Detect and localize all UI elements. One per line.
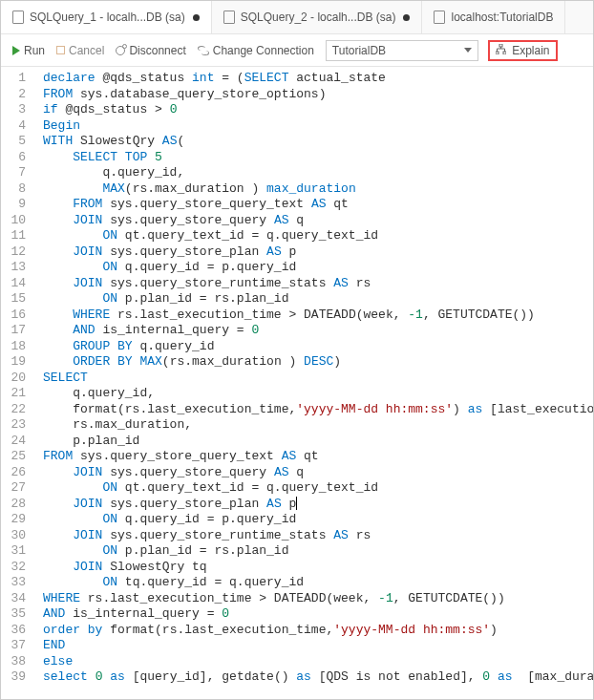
code-line[interactable]: SELECT bbox=[43, 371, 589, 387]
line-number: 39 bbox=[5, 669, 26, 686]
code-line[interactable]: FROM sys.query_store_query_text AS qt bbox=[43, 449, 589, 465]
svg-rect-0 bbox=[499, 44, 502, 47]
line-number-gutter: 1234567891011121314151617181920212223242… bbox=[1, 67, 33, 699]
database-selector[interactable]: TutorialDB bbox=[326, 40, 478, 61]
file-icon bbox=[223, 11, 235, 24]
line-number: 16 bbox=[5, 308, 26, 324]
code-line[interactable]: ON qt.query_text_id = q.query_text_id bbox=[43, 480, 589, 497]
code-line[interactable]: JOIN sys.query_store_query AS q bbox=[43, 465, 589, 481]
code-line[interactable]: ON q.query_id = p.query_id bbox=[43, 512, 589, 528]
line-number: 19 bbox=[5, 354, 26, 371]
code-line[interactable]: FROM sys.database_query_store_options) bbox=[43, 87, 589, 103]
line-number: 8 bbox=[5, 181, 26, 198]
line-number: 6 bbox=[5, 150, 26, 166]
code-editor[interactable]: 1234567891011121314151617181920212223242… bbox=[1, 67, 593, 699]
line-number: 14 bbox=[5, 276, 26, 292]
file-icon bbox=[434, 11, 445, 24]
code-content[interactable]: declare @qds_status int = (SELECT actual… bbox=[33, 67, 593, 699]
cancel-button[interactable]: Cancel bbox=[53, 42, 108, 59]
line-number: 15 bbox=[5, 291, 26, 308]
line-number: 24 bbox=[5, 434, 26, 450]
code-line[interactable]: JOIN sys.query_store_runtime_stats AS rs bbox=[43, 276, 589, 292]
code-line[interactable]: ON q.query_id = p.query_id bbox=[43, 260, 589, 276]
line-number: 27 bbox=[5, 480, 26, 497]
svg-rect-2 bbox=[503, 52, 506, 54]
line-number: 32 bbox=[5, 560, 26, 576]
explain-label: Explain bbox=[512, 44, 549, 57]
code-line[interactable]: JOIN sys.query_store_query AS q bbox=[43, 213, 589, 229]
code-line[interactable]: SELECT TOP 5 bbox=[43, 150, 589, 166]
tab-sqlquery-2[interactable]: SQLQuery_2 - localh...DB (sa) bbox=[212, 1, 423, 33]
line-number: 20 bbox=[5, 371, 26, 387]
line-number: 25 bbox=[5, 449, 26, 465]
tab-label: SQLQuery_2 - localh...DB (sa) bbox=[241, 11, 396, 24]
dirty-dot-icon bbox=[193, 14, 200, 21]
code-line[interactable]: select 0 as [query_id], getdate() as [QD… bbox=[43, 669, 589, 686]
disconnect-button[interactable]: Disconnect bbox=[112, 42, 189, 59]
code-line[interactable]: FROM sys.query_store_query_text AS qt bbox=[43, 197, 589, 213]
run-button[interactable]: Run bbox=[9, 42, 49, 59]
line-number: 13 bbox=[5, 260, 26, 276]
line-number: 36 bbox=[5, 623, 26, 639]
code-line[interactable]: MAX(rs.max_duration ) max_duration bbox=[43, 181, 589, 198]
chevron-down-icon bbox=[464, 48, 472, 53]
line-number: 11 bbox=[5, 228, 26, 244]
tab-tutorialdb[interactable]: localhost:TutorialDB bbox=[422, 1, 565, 33]
line-number: 3 bbox=[5, 102, 26, 118]
code-line[interactable]: if @qds_status > 0 bbox=[43, 102, 589, 118]
line-number: 29 bbox=[5, 512, 26, 528]
code-line[interactable]: q.query_id, bbox=[43, 165, 589, 181]
tab-label: SQLQuery_1 - localh...DB (sa) bbox=[30, 11, 185, 24]
line-number: 10 bbox=[5, 213, 26, 229]
play-icon bbox=[12, 46, 20, 55]
code-line[interactable]: declare @qds_status int = (SELECT actual… bbox=[43, 71, 589, 87]
code-line[interactable]: GROUP BY q.query_id bbox=[43, 339, 589, 355]
code-line[interactable]: JOIN SlowestQry tq bbox=[43, 560, 589, 576]
code-line[interactable]: order by format(rs.last_execution_time,'… bbox=[43, 623, 589, 639]
database-selected: TutorialDB bbox=[332, 44, 386, 57]
line-number: 7 bbox=[5, 165, 26, 181]
code-line[interactable]: WHERE rs.last_execution_time > DATEADD(w… bbox=[43, 308, 589, 324]
cancel-label: Cancel bbox=[69, 44, 104, 57]
code-line[interactable]: format(rs.last_execution_time,'yyyy-MM-d… bbox=[43, 402, 589, 418]
line-number: 23 bbox=[5, 417, 26, 434]
svg-rect-1 bbox=[496, 52, 499, 54]
tab-sqlquery-1[interactable]: SQLQuery_1 - localh...DB (sa) bbox=[1, 1, 212, 33]
code-line[interactable]: Begin bbox=[43, 118, 589, 135]
code-line[interactable]: rs.max_duration, bbox=[43, 417, 589, 434]
refresh-icon bbox=[198, 46, 209, 55]
line-number: 34 bbox=[5, 591, 26, 607]
code-line[interactable]: END bbox=[43, 638, 589, 654]
file-icon bbox=[12, 11, 24, 24]
code-line[interactable]: WHERE rs.last_execution_time > DATEADD(w… bbox=[43, 591, 589, 607]
line-number: 35 bbox=[5, 606, 26, 623]
code-line[interactable]: WITH SlowestQry AS( bbox=[43, 134, 589, 150]
line-number: 4 bbox=[5, 118, 26, 135]
change-connection-button[interactable]: Change Connection bbox=[194, 42, 318, 59]
code-line[interactable]: ORDER BY MAX(rs.max_duration ) DESC) bbox=[43, 354, 589, 371]
code-line[interactable]: AND is_internal_query = 0 bbox=[43, 606, 589, 623]
code-line[interactable]: ON p.plan_id = rs.plan_id bbox=[43, 543, 589, 560]
code-line[interactable]: ON qt.query_text_id = q.query_text_id bbox=[43, 228, 589, 244]
code-line[interactable]: JOIN sys.query_store_plan AS p bbox=[43, 244, 589, 261]
code-line[interactable]: q.query_id, bbox=[43, 386, 589, 402]
disconnect-label: Disconnect bbox=[129, 44, 185, 57]
code-line[interactable]: p.plan_id bbox=[43, 434, 589, 450]
line-number: 31 bbox=[5, 543, 26, 560]
line-number: 5 bbox=[5, 134, 26, 150]
editor-toolbar: Run Cancel Disconnect Change Connection … bbox=[1, 34, 593, 67]
line-number: 22 bbox=[5, 402, 26, 418]
disconnect-icon bbox=[116, 46, 125, 55]
code-line[interactable]: else bbox=[43, 654, 589, 670]
code-line[interactable]: AND is_internal_query = 0 bbox=[43, 323, 589, 339]
tab-label: localhost:TutorialDB bbox=[451, 11, 553, 24]
code-line[interactable]: JOIN sys.query_store_plan AS p bbox=[43, 497, 589, 513]
code-line[interactable]: ON tq.query_id = q.query_id bbox=[43, 575, 589, 591]
tab-bar: SQLQuery_1 - localh...DB (sa) SQLQuery_2… bbox=[1, 1, 593, 34]
code-line[interactable]: ON p.plan_id = rs.plan_id bbox=[43, 291, 589, 308]
change-connection-label: Change Connection bbox=[213, 44, 314, 57]
code-line[interactable]: JOIN sys.query_store_runtime_stats AS rs bbox=[43, 528, 589, 544]
line-number: 1 bbox=[5, 71, 26, 87]
explain-button[interactable]: Explain bbox=[488, 40, 558, 61]
line-number: 18 bbox=[5, 339, 26, 355]
